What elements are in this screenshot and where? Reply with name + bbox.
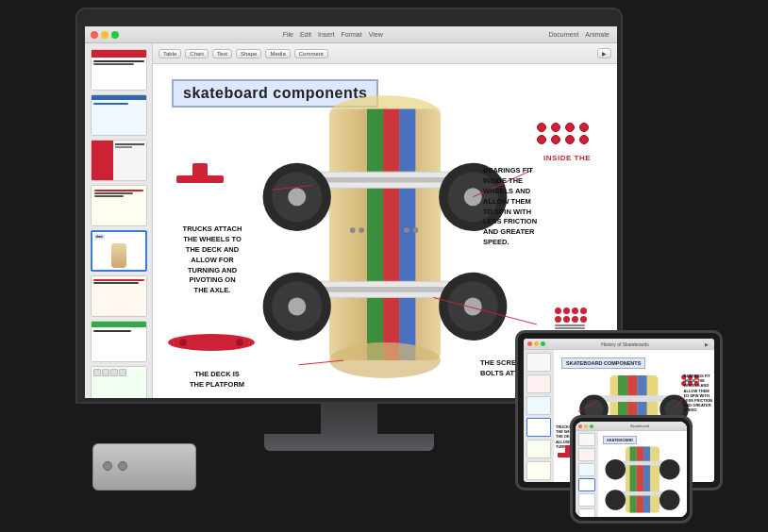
tb-btn-text[interactable]: Text: [212, 49, 232, 58]
toolbar-menu-view[interactable]: View: [369, 31, 383, 38]
svg-point-22: [350, 227, 356, 233]
trucks-icon: [172, 158, 228, 206]
toolbar-menu-insert[interactable]: Insert: [318, 31, 335, 38]
phone-content: Skateboard SKATEBOARD: [576, 422, 687, 517]
tablet-slide-6[interactable]: [526, 461, 551, 480]
phone-skate-svg: [598, 442, 687, 517]
phone-title-bar: Skateboard: [595, 424, 684, 428]
phone-slide-2[interactable]: [578, 448, 595, 461]
keynote-toolbar[interactable]: Table Chart Text Shape Media Comment ▶: [153, 43, 617, 64]
svg-rect-3: [383, 109, 399, 360]
tablet-play-btn[interactable]: ▶: [705, 341, 709, 347]
close-button[interactable]: [91, 31, 98, 39]
tablet-toolbar: History of Skateboards ▶: [524, 339, 714, 350]
tb-btn-media[interactable]: Media: [265, 49, 290, 58]
svg-point-65: [659, 459, 680, 480]
screw-dot-3: [572, 308, 578, 314]
svg-point-10: [288, 188, 306, 206]
deck-icon: [164, 332, 259, 353]
svg-point-24: [404, 227, 409, 233]
tablet-bearings-text: BEARINGS FITINSIDE THEWHEELS ANDALLOW TH…: [684, 374, 712, 413]
phone-main: SKATEBOARD: [576, 431, 687, 517]
phone-slide-4[interactable]: [578, 478, 595, 491]
slide-thumb-7[interactable]: [91, 321, 147, 362]
phone-screen: Skateboard SKATEBOARD: [576, 422, 687, 517]
bearing-dot-5: [537, 135, 546, 144]
macos-toolbar[interactable]: File Edit Insert Format View Document An…: [85, 26, 617, 43]
svg-rect-31: [192, 163, 208, 182]
tb-btn-play[interactable]: ▶: [597, 48, 611, 58]
tablet-max: [541, 341, 545, 346]
phone-slide-6[interactable]: [578, 508, 595, 517]
bearing-dot-4: [579, 123, 589, 132]
bearing-dot-2: [551, 123, 560, 132]
screw-dot-5: [555, 316, 561, 323]
tablet-slide-2[interactable]: [526, 374, 551, 393]
bearings-text: BEARINGS FITINSIDE THEWHEELS ANDALLOW TH…: [483, 166, 606, 248]
phone-max: [590, 424, 593, 428]
tb-btn-table[interactable]: Table: [159, 49, 181, 58]
svg-point-33: [179, 339, 187, 346]
tb-btn-chart[interactable]: Chart: [185, 49, 209, 58]
toolbar-btn-document[interactable]: Document: [548, 31, 578, 38]
svg-rect-2: [367, 109, 383, 360]
deck-text: THE DECK ISTHE PLATFORM: [160, 370, 274, 391]
tablet-close: [527, 341, 532, 346]
trucks-text: TRUCKS ATTACHTHE WHEELS TOTHE DECK ANDAL…: [160, 224, 264, 296]
phone-slide-1[interactable]: [578, 433, 595, 446]
svg-point-25: [413, 227, 419, 233]
svg-rect-63: [619, 461, 666, 465]
toolbar-menu-format[interactable]: Format: [342, 31, 362, 38]
tablet-slide-5[interactable]: [526, 440, 551, 458]
svg-point-5: [329, 342, 441, 378]
svg-point-68: [659, 490, 680, 510]
toolbar-menu-edit[interactable]: Edit: [300, 31, 311, 38]
screw-dot-7: [572, 316, 578, 323]
phone-toolbar: Skateboard: [576, 422, 687, 431]
phone-min: [584, 424, 588, 428]
svg-point-18: [288, 297, 306, 315]
slide-thumb-5[interactable]: skate: [91, 230, 147, 272]
svg-rect-66: [619, 491, 666, 495]
svg-point-67: [606, 490, 626, 510]
screw-dot-1: [555, 308, 561, 314]
mac-mini-port-2: [118, 461, 127, 471]
phone-slide-3[interactable]: [578, 463, 595, 476]
tablet-slide-1[interactable]: [526, 353, 551, 372]
screw-dot-6: [563, 316, 570, 323]
toolbar-menu-file[interactable]: File: [283, 31, 293, 38]
tablet-title-bar: History of Skateboards: [547, 341, 703, 347]
tb-btn-comment[interactable]: Comment: [294, 49, 328, 58]
minimize-button[interactable]: [101, 31, 109, 39]
monitor-stand-neck: [321, 404, 377, 437]
tablet-slide-3[interactable]: [526, 396, 551, 415]
svg-point-64: [606, 459, 626, 480]
svg-rect-60: [630, 446, 637, 512]
bearing-dot-7: [565, 135, 575, 144]
slide-thumb-2[interactable]: [91, 94, 147, 136]
slide-thumb-6[interactable]: [91, 275, 147, 317]
tb-btn-shape[interactable]: Shape: [236, 49, 261, 58]
svg-rect-4: [399, 109, 415, 360]
svg-rect-39: [598, 395, 671, 402]
screw-dot-8: [580, 316, 587, 323]
screw-dot-2: [563, 308, 570, 314]
slide-thumb-1[interactable]: [91, 49, 147, 91]
svg-point-34: [236, 339, 243, 346]
slide-thumb-4[interactable]: [91, 185, 147, 226]
phone-slide-5[interactable]: [578, 493, 595, 507]
slide-panel: skate: [85, 43, 153, 398]
tablet-slide-4[interactable]: [526, 418, 551, 437]
bearings-dots: [537, 123, 591, 144]
bearing-dot-8: [579, 135, 589, 144]
svg-point-23: [359, 227, 364, 233]
slide-thumb-8[interactable]: [91, 366, 147, 398]
tablet-sidebar: [524, 350, 554, 482]
tablet-min: [534, 341, 539, 346]
toolbar-btn-animate[interactable]: Animate: [585, 31, 609, 38]
slide-thumb-3[interactable]: [91, 140, 147, 181]
maximize-button[interactable]: [111, 31, 119, 39]
svg-rect-61: [637, 446, 643, 512]
phone: Skateboard SKATEBOARD: [570, 415, 693, 524]
mac-mini-port-1: [103, 461, 112, 471]
